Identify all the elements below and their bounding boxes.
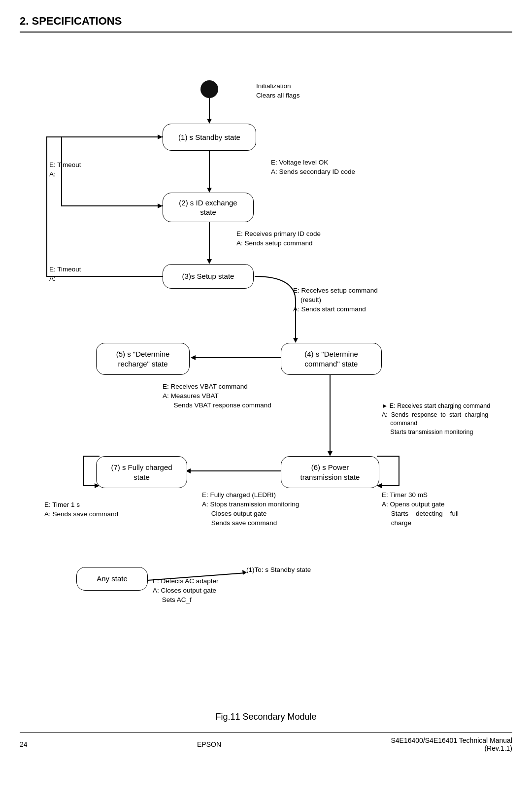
svg-marker-7: [293, 338, 298, 343]
label-vbat: E: Receives VBAT commandA: Measures VBAT…: [163, 382, 271, 410]
label-any-event: E: Detects AC adapterA: Closes output ga…: [153, 577, 219, 605]
state-s3: (3)s Setup state: [163, 264, 254, 289]
label-any-dest: (1)To: s Standby state: [246, 566, 311, 575]
label-voltage: E: Voltage level OKA: Sends secondary ID…: [271, 158, 355, 177]
svg-marker-16: [158, 203, 163, 208]
svg-marker-9: [191, 355, 196, 360]
label-timer30: E: Timer 30 mSA: Opens output gate Start…: [382, 491, 459, 528]
state-s1: (1) s Standby state: [163, 124, 256, 151]
label-receives-setup: E: Receives setup command (result)A: Sen…: [293, 286, 378, 314]
state-s2: (2) s ID exchangestate: [163, 193, 254, 222]
svg-marker-11: [328, 451, 332, 456]
label-fully-charged: E: Fully charged (LEDRI)A: Stops transmi…: [202, 491, 299, 528]
label-timeout2: E: TimeoutA:: [49, 265, 81, 284]
label-timeout1: E: TimeoutA:: [49, 161, 81, 179]
state-s6: (6) s Powertransmission state: [281, 456, 379, 488]
label-timer1: E: Timer 1 sA: Sends save command: [44, 500, 118, 519]
svg-marker-4: [207, 188, 212, 193]
label-init: InitializationClears all flags: [256, 82, 300, 100]
label-start-charging: ► E: Receives start charging commandA: S…: [382, 402, 490, 436]
svg-marker-17: [158, 134, 163, 139]
state-s7: (7) s Fully chargedstate: [96, 456, 187, 488]
svg-marker-2: [207, 119, 212, 124]
footer-page-number: 24: [20, 740, 28, 748]
footer: 24 EPSON S4E16400/S4E16401 Technical Man…: [20, 732, 512, 752]
footer-brand: EPSON: [197, 740, 221, 748]
state-s5: (5) s "Determinerecharge" state: [96, 343, 190, 375]
fig-caption: Fig.11 Secondary Module: [20, 712, 512, 722]
diagram-area: (1) s Standby state (2) s ID exchangesta…: [20, 37, 512, 727]
footer-doc-info: S4E16400/S4E16401 Technical Manual(Rev.1…: [391, 736, 512, 752]
state-any: Any state: [76, 567, 148, 591]
page-title: 2. SPECIFICATIONS: [20, 15, 512, 33]
state-s4: (4) s "Determinecommand" state: [281, 343, 382, 375]
label-receives-primary: E: Receives primary ID codeA: Sends setu…: [236, 230, 321, 248]
page: 2. SPECIFICATIONS: [0, 0, 532, 800]
svg-marker-6: [207, 259, 212, 264]
svg-point-0: [200, 80, 218, 98]
